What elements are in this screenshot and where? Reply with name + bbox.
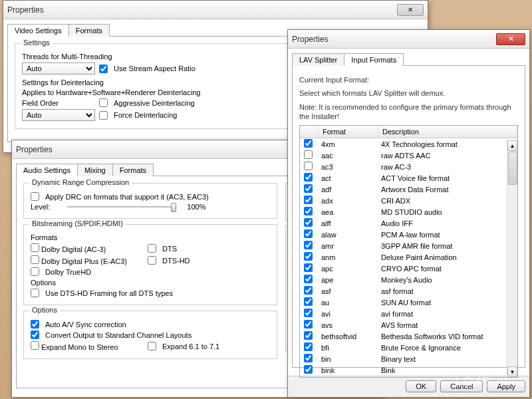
tab-video-settings[interactable]: Video Settings — [7, 24, 69, 37]
row-checkbox[interactable] — [304, 150, 313, 159]
table-row[interactable]: auSUN AU format — [300, 297, 517, 308]
table-row[interactable]: avsAVS format — [300, 319, 517, 331]
av-sync-checkbox[interactable] — [31, 320, 39, 329]
scrollbar[interactable]: ▲ ▼ — [507, 140, 517, 377]
titlebar[interactable]: Properties ✕ — [3, 1, 428, 19]
tab-audio-settings[interactable]: Audio Settings — [16, 164, 78, 176]
force-deint-label: Force Deinterlacing — [114, 111, 177, 119]
row-checkbox[interactable] — [304, 342, 313, 351]
row-checkbox[interactable] — [304, 275, 313, 283]
level-slider[interactable] — [67, 206, 174, 207]
dolby-truehd-label: Dolby TrueHD — [45, 268, 91, 276]
table-row[interactable]: ac3raw AC-3 — [300, 161, 517, 172]
expand-mono-checkbox[interactable] — [31, 341, 39, 350]
table-row[interactable]: aeaMD STUDIO audio — [300, 206, 517, 217]
row-format: avi — [319, 310, 378, 318]
row-checkbox[interactable] — [304, 263, 313, 272]
dolby-ac3-checkbox[interactable] — [31, 243, 39, 252]
table-row[interactable]: bfiBrute Force & Ignorance — [300, 342, 517, 353]
table-row[interactable]: adxCRI ADX — [300, 195, 517, 206]
dts-framing-label: Use DTS-HD Framing for all DTS types — [45, 289, 173, 297]
row-checkbox[interactable] — [304, 218, 313, 227]
table-row[interactable]: actACT Voice file format — [300, 172, 517, 184]
dts-hd-checkbox[interactable] — [148, 256, 156, 265]
table-row[interactable]: amr3GPP AMR file format — [300, 240, 517, 251]
row-checkbox[interactable] — [304, 309, 313, 317]
row-description: Audio IFF — [378, 219, 517, 227]
convert-std-checkbox[interactable] — [31, 331, 39, 339]
level-value: 100% — [187, 203, 205, 211]
dolby-truehd-checkbox[interactable] — [31, 267, 39, 276]
table-row[interactable]: aiffAudio IFF — [300, 217, 517, 229]
row-description: SUN AU format — [378, 299, 517, 307]
formats-table: Format Description 4xm4X Technologies fo… — [299, 125, 518, 378]
table-row[interactable]: apcCRYO APC format — [300, 263, 517, 274]
row-checkbox[interactable] — [304, 320, 313, 329]
threads-select[interactable]: Auto — [22, 63, 95, 74]
threads-label: Threads for Multi-Threading — [22, 53, 112, 61]
row-checkbox[interactable] — [304, 207, 313, 215]
expand-61-checkbox[interactable] — [148, 342, 156, 350]
deint-sub: Applies to Hardware+Software+Renderer De… — [22, 88, 200, 96]
table-row[interactable]: alawPCM A-law format — [300, 229, 517, 240]
aggressive-checkbox[interactable] — [99, 98, 108, 107]
table-row[interactable]: apeMonkey's Audio — [300, 274, 517, 285]
row-checkbox[interactable] — [304, 173, 313, 182]
field-order-select[interactable]: Auto — [22, 109, 95, 121]
bitstream-formats-label: Formats — [31, 233, 57, 241]
row-checkbox[interactable] — [304, 241, 313, 249]
row-description: CRYO APC format — [378, 265, 517, 273]
row-description: raw AC-3 — [378, 163, 517, 171]
table-row[interactable]: aviavi format — [300, 308, 517, 319]
column-description[interactable]: Description — [378, 126, 517, 138]
row-checkbox[interactable] — [304, 229, 313, 238]
dolby-eac3-checkbox[interactable] — [31, 255, 39, 264]
stream-aspect-checkbox[interactable] — [99, 65, 108, 73]
window-title: Properties — [7, 5, 44, 15]
row-format: bin — [319, 355, 378, 363]
row-checkbox[interactable] — [304, 286, 313, 295]
deint-label: Settings for Deinterlacing — [22, 78, 104, 86]
table-row[interactable]: adfArtworx Data Format — [300, 184, 517, 195]
row-checkbox[interactable] — [304, 184, 313, 193]
table-row[interactable]: bethsoftvidBethesda Softworks VID format — [300, 331, 517, 342]
tab-lav-splitter[interactable]: LAV Splitter — [292, 53, 344, 66]
titlebar[interactable]: Properties ✕ — [288, 30, 529, 49]
table-row[interactable]: anmDeluxe Paint Animation — [300, 251, 517, 263]
scroll-thumb[interactable] — [508, 152, 517, 185]
column-checkbox[interactable] — [300, 126, 319, 138]
table-row[interactable]: 4xm4X Technologies format — [300, 138, 517, 150]
table-row[interactable]: binBinary text — [300, 353, 517, 364]
dts-framing-checkbox[interactable] — [31, 289, 39, 297]
row-checkbox[interactable] — [304, 196, 313, 204]
settings-group-label: Settings — [21, 39, 53, 47]
tab-audio-formats[interactable]: Formats — [112, 164, 154, 176]
table-row[interactable]: aacraw ADTS AAC — [300, 150, 517, 161]
slider-thumb-icon[interactable] — [171, 203, 176, 212]
row-checkbox[interactable] — [304, 139, 313, 148]
row-description: Bethesda Softworks VID format — [378, 332, 517, 340]
tab-formats[interactable]: Formats — [68, 24, 110, 37]
row-description: 3GPP AMR file format — [378, 242, 517, 250]
close-button[interactable]: ✕ — [397, 4, 424, 16]
row-checkbox[interactable] — [304, 365, 313, 374]
row-checkbox[interactable] — [304, 162, 313, 170]
tab-mixing[interactable]: Mixing — [77, 164, 113, 176]
row-format: adf — [319, 186, 378, 194]
bitstream-options-label: Options — [31, 279, 56, 287]
level-label: Level: — [31, 203, 50, 211]
column-format[interactable]: Format — [319, 126, 378, 138]
row-checkbox[interactable] — [304, 297, 313, 306]
drc-apply-checkbox[interactable] — [31, 192, 39, 201]
scroll-up-icon[interactable]: ▲ — [507, 140, 517, 151]
row-checkbox[interactable] — [304, 252, 313, 261]
dts-checkbox[interactable] — [148, 244, 156, 253]
row-checkbox[interactable] — [304, 331, 313, 340]
force-deint-checkbox[interactable] — [99, 111, 108, 120]
row-checkbox[interactable] — [304, 354, 313, 362]
close-button[interactable]: ✕ — [496, 33, 525, 45]
ok-button[interactable]: OK — [406, 380, 436, 392]
av-sync-label: Auto A/V Sync correction — [45, 321, 126, 329]
table-row[interactable]: asfasf format — [300, 285, 517, 297]
tab-input-formats[interactable]: Input Formats — [344, 53, 404, 66]
